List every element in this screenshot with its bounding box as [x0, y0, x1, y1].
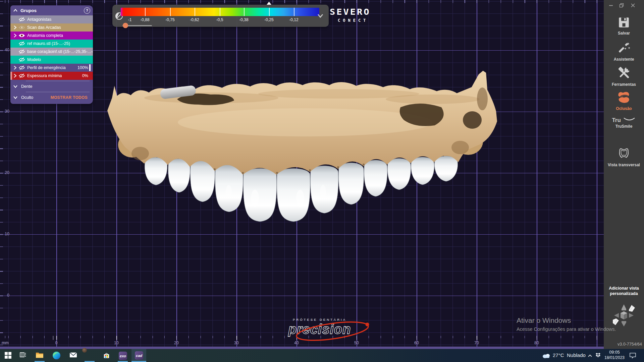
occlusion-teeth-icon: [617, 91, 631, 104]
microsoft-store-icon[interactable]: [103, 352, 110, 359]
group-row-anatomia-completa[interactable]: Anatomia completa: [10, 32, 93, 40]
dente-label: Dente: [21, 84, 90, 89]
date-label: 18/01/2023: [603, 355, 626, 360]
ruler-ticks-top: [0, 0, 604, 3]
colorbar-tick: [220, 8, 220, 16]
weather-cloud-icon[interactable]: [541, 353, 551, 359]
group-row-modelo[interactable]: Modelo: [10, 56, 93, 64]
colorbar-label: -0,38: [234, 17, 254, 22]
visibility-on-icon[interactable]: [18, 33, 25, 38]
close-button[interactable]: [630, 3, 636, 8]
colorbar-label: -0,12: [284, 17, 304, 22]
colorbar-marker-triangle: [267, 2, 271, 5]
x-ruler-label: 80: [530, 341, 543, 345]
tool-vista-transversal[interactable]: Vista transversal: [604, 146, 644, 167]
y-ruler-label: 40: [1, 48, 9, 52]
add-custom-view-button[interactable]: Adicionar vista personalizada: [606, 286, 641, 296]
colorbar-tick: [269, 8, 270, 16]
magic-wand-icon: [618, 42, 630, 54]
start-button[interactable]: [5, 352, 11, 359]
group-value: 100%: [77, 65, 88, 70]
colorbar-label: -0,88: [135, 17, 155, 22]
expand-chevron-icon[interactable]: [13, 65, 17, 70]
expand-chevron-icon[interactable]: [13, 33, 17, 38]
collapse-chevron-icon[interactable]: [13, 85, 18, 88]
weather-condition[interactable]: Nublado: [567, 352, 586, 358]
y-ruler-label: 30: [1, 109, 9, 114]
group-row-espessura-minima[interactable]: Espessura mínima 0%: [10, 72, 93, 80]
visibility-off-icon[interactable]: [18, 49, 25, 54]
groups-header[interactable]: Grupos ?: [10, 5, 93, 15]
dente-row[interactable]: Dente: [10, 82, 93, 91]
value-slider-handle[interactable]: [89, 64, 91, 71]
tool-salvar[interactable]: Salvar: [604, 17, 644, 36]
group-row-perfil-de-emergencia[interactable]: Perfil de emergência 100%: [10, 64, 93, 72]
color-gradient-bar[interactable]: [121, 8, 319, 16]
group-row-base-coracaoinf-stl[interactable]: base coraçãoinf.stl (15-...-25,35-...-45…: [10, 48, 93, 56]
colorbar-tick: [294, 8, 294, 16]
group-row-scan-das-arcadas[interactable]: Scan das Arcadas: [10, 23, 93, 32]
trusmile-icon: Tru: [604, 117, 644, 123]
precision-swoosh: [293, 320, 373, 342]
group-row-antagonistas[interactable]: Antagonistas: [10, 15, 93, 23]
clock[interactable]: 09:05 18/01/2023: [603, 350, 626, 360]
group-value: 0%: [82, 73, 88, 78]
group-label: Scan das Arcadas: [27, 25, 93, 30]
visibility-off-icon[interactable]: [18, 65, 25, 70]
visibility-off-icon[interactable]: [18, 41, 25, 46]
expand-chevron-icon[interactable]: [13, 25, 17, 30]
colorbar-expand-chevron-icon[interactable]: [317, 13, 324, 18]
minimize-button[interactable]: [608, 3, 614, 8]
colorbar-label: -0,62: [184, 17, 205, 22]
tooth-cross-section-icon: [617, 146, 631, 160]
collapse-chevron-icon[interactable]: [13, 9, 18, 12]
precision-logo: PRÓTESE DENTÁRIA precision: [268, 318, 372, 337]
x-ruler-label: 60: [410, 341, 423, 345]
severo-conect-logo: SEVERO CONECT: [330, 7, 371, 23]
colorbar-label: -0,25: [259, 17, 279, 22]
mail-icon[interactable]: [69, 352, 77, 358]
task-view-icon[interactable]: [19, 352, 27, 358]
notification-center-icon[interactable]: [629, 352, 637, 359]
ruler-unit-label: mm: [2, 341, 9, 345]
dropbox-tray-icon[interactable]: [595, 353, 601, 358]
edge-icon[interactable]: [53, 352, 60, 359]
restore-button[interactable]: [619, 3, 625, 8]
exocad-cad-active-app[interactable]: cad: [131, 349, 146, 362]
x-ruler-label: 30: [230, 341, 243, 345]
chrome-profile-avatar: [82, 348, 87, 353]
oculto-row[interactable]: Oculto MOSTRAR TODOS: [10, 93, 93, 102]
tray-expand-chevron-icon[interactable]: [588, 354, 592, 357]
visibility-off-icon[interactable]: [18, 73, 25, 78]
tool-assistente[interactable]: Assistente: [604, 42, 644, 62]
group-row-ref-mauro-stl[interactable]: ref mauro.stl (15-...-25): [10, 40, 93, 48]
exocad-logo: [611, 301, 636, 329]
visibility-off-icon[interactable]: [18, 17, 25, 22]
group-label: Espessura mínima: [27, 73, 82, 78]
x-ruler-label: 70: [470, 341, 483, 345]
tool-oclusao[interactable]: Oclusão: [604, 91, 644, 111]
file-explorer-icon[interactable]: [36, 352, 44, 358]
help-icon[interactable]: ?: [84, 7, 90, 14]
range-slider-handle[interactable]: [123, 23, 128, 28]
exocad-exo-icon[interactable]: exo: [119, 352, 127, 360]
dental-model[interactable]: [104, 67, 500, 228]
weather-temp[interactable]: 27°C: [553, 352, 564, 358]
y-ruler-label: 0: [1, 293, 9, 298]
tool-ferramentas[interactable]: Ferramentas: [604, 67, 644, 87]
collapse-chevron-icon[interactable]: [13, 96, 18, 99]
visibility-off-icon[interactable]: [18, 57, 25, 62]
expand-chevron-icon[interactable]: [13, 73, 17, 78]
group-label: Anatomia completa: [27, 33, 93, 38]
exocad-cad-icon[interactable]: cad: [135, 351, 143, 360]
x-ruler-label: 10: [110, 341, 123, 345]
oculto-label: Oculto: [21, 95, 49, 100]
group-label: Antagonistas: [27, 17, 93, 22]
group-label: ref mauro.stl (15-...-25): [27, 41, 93, 46]
show-all-button[interactable]: MOSTRAR TODOS: [49, 95, 90, 100]
visibility-dim-icon[interactable]: [18, 25, 25, 30]
groups-panel: Grupos ? Antagonistas Scan das Arcadas A…: [10, 5, 93, 104]
divider: [26, 81, 90, 81]
group-label: Perfil de emergência: [27, 65, 77, 70]
tool-trusmile[interactable]: Tru TruSmile: [604, 117, 644, 129]
